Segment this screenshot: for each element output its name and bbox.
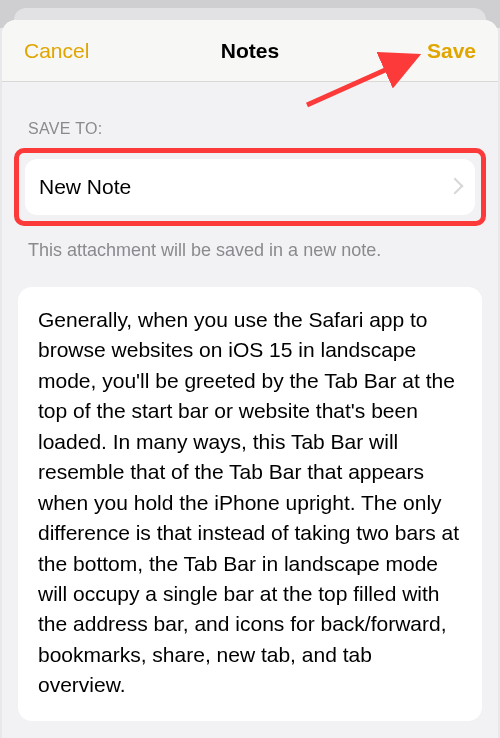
save-destination-row[interactable]: New Note [25, 159, 475, 215]
sheet-header: Cancel Notes Save [2, 20, 498, 82]
share-sheet: Cancel Notes Save SAVE TO: New Note This… [2, 20, 498, 738]
annotation-highlight-box: New Note [14, 148, 486, 226]
save-button[interactable]: Save [396, 39, 476, 63]
save-to-section-label: SAVE TO: [2, 82, 498, 148]
chevron-right-icon [449, 177, 461, 197]
note-body-text: Generally, when you use the Safari app t… [38, 305, 462, 701]
save-destination-helper: This attachment will be saved in a new n… [2, 226, 498, 287]
save-destination-label: New Note [39, 175, 131, 199]
sheet-content: SAVE TO: New Note This attachment will b… [2, 82, 498, 721]
cancel-button[interactable]: Cancel [24, 39, 104, 63]
note-preview-card[interactable]: Generally, when you use the Safari app t… [18, 287, 482, 721]
sheet-title: Notes [104, 39, 396, 63]
